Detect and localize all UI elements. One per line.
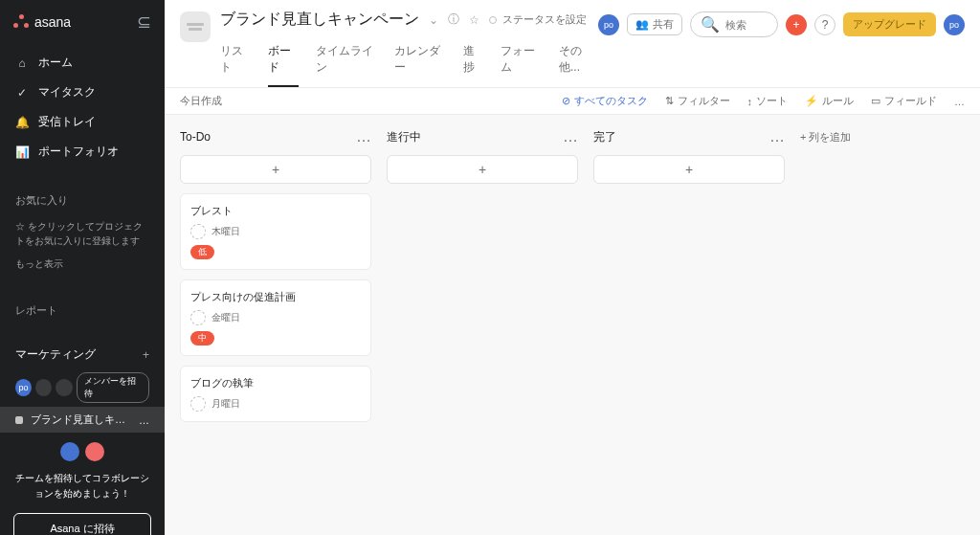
sidebar-project-item[interactable]: ブランド見直しキャン... … <box>0 407 165 433</box>
search-input[interactable] <box>725 19 783 31</box>
due-date: 月曜日 <box>212 397 240 411</box>
share-button[interactable]: 👥 共有 <box>627 13 682 35</box>
tab-ボード[interactable]: ボード <box>268 37 299 87</box>
upgrade-button[interactable]: アップグレード <box>843 12 936 36</box>
filter-button[interactable]: ⇅フィルター <box>665 94 730 108</box>
promo-text: チームを招待してコラボレーションを始めましょう！ <box>13 471 151 502</box>
show-more-link[interactable]: もっと表示 <box>0 257 165 280</box>
add-card-button[interactable]: + <box>387 155 578 184</box>
nav-label: マイタスク <box>38 84 96 100</box>
tab-フォーム[interactable]: フォーム <box>501 37 542 87</box>
last-updated: 今日作成 <box>180 94 222 108</box>
column-title: To-Do <box>180 130 211 144</box>
avatar[interactable]: po <box>15 379 32 396</box>
column-title: 完了 <box>593 129 616 145</box>
due-date: 木曜日 <box>212 225 240 238</box>
nav-item[interactable]: ⌂ホーム <box>0 48 165 78</box>
promo-avatars <box>13 442 151 461</box>
primary-nav: ⌂ホーム✓マイタスク🔔受信トレイ📊ポートフォリオ <box>0 44 165 170</box>
add-team-icon[interactable]: + <box>143 348 149 362</box>
page-title: ブランド見直しキャンペーン <box>220 10 419 30</box>
avatar-placeholder <box>56 379 72 396</box>
status-label: ステータスを設定 <box>502 12 587 27</box>
add-button[interactable]: + <box>786 14 807 35</box>
add-column-button[interactable]: + 列を追加 <box>800 128 851 522</box>
column-more-icon[interactable]: … <box>769 128 785 145</box>
asana-logo-icon <box>13 14 29 30</box>
people-icon: 👥 <box>635 18 649 31</box>
collapse-sidebar-icon[interactable]: ⊆ <box>137 11 151 33</box>
avatar-placeholder <box>35 379 52 396</box>
tab-タイムライン[interactable]: タイムライン <box>316 37 377 87</box>
chevron-down-icon[interactable]: ⌄ <box>429 13 438 27</box>
board-toolbar: 今日作成 ⊘すべてのタスク ⇅フィルター ↕ソート ⚡ルール ▭フィールド … <box>165 88 980 115</box>
column-title: 進行中 <box>387 129 421 145</box>
tab-進捗[interactable]: 進捗 <box>463 37 483 87</box>
status-dot-icon <box>489 16 497 24</box>
team-name: マーケティング <box>15 346 96 363</box>
avatar[interactable]: po <box>598 14 619 35</box>
due-date: 金曜日 <box>212 311 240 324</box>
card-title: ブログの執筆 <box>190 376 361 390</box>
favorites-title: お気に入り <box>0 186 165 215</box>
nav-label: 受信トレイ <box>38 114 96 130</box>
invite-button[interactable]: Asana に招待 <box>13 513 151 535</box>
nav-item[interactable]: 📊ポートフォリオ <box>0 137 165 167</box>
tab-カレンダー[interactable]: カレンダー <box>394 37 445 87</box>
nav-label: ポートフォリオ <box>38 144 119 160</box>
task-card[interactable]: ブログの執筆月曜日 <box>180 366 371 422</box>
board-column: 進行中…+ <box>387 128 578 522</box>
header: ブランド見直しキャンペーン ⌄ ⓘ ☆ ステータスを設定 リストボードタイムライ… <box>165 0 980 88</box>
assignee-placeholder-icon[interactable] <box>190 224 206 239</box>
tab-その他...[interactable]: その他... <box>559 37 598 87</box>
project-name: ブランド見直しキャン... <box>31 412 131 427</box>
column-more-icon[interactable]: … <box>356 128 371 145</box>
team-row[interactable]: マーケティング + <box>0 341 165 368</box>
card-title: ブレスト <box>190 204 361 218</box>
board-column: 完了…+ <box>593 128 785 522</box>
nav-item[interactable]: 🔔受信トレイ <box>0 107 165 137</box>
sort-button[interactable]: ↕ソート <box>747 94 789 108</box>
more-actions-icon[interactable]: … <box>954 96 965 107</box>
favorites-hint: ☆ をクリックしてプロジェクトをお気に入りに登録します <box>0 215 165 257</box>
task-card[interactable]: プレス向けの促進計画金曜日中 <box>180 279 371 356</box>
project-color-icon <box>15 416 23 424</box>
project-icon <box>180 11 211 42</box>
help-button[interactable]: ? <box>814 14 835 35</box>
board-column: To-Do…+ブレスト木曜日低プレス向けの促進計画金曜日中ブログの執筆月曜日 <box>180 128 371 522</box>
task-card[interactable]: ブレスト木曜日低 <box>180 193 371 270</box>
nav-icon: 🔔 <box>15 116 29 129</box>
nav-item[interactable]: ✓マイタスク <box>0 78 165 107</box>
logo[interactable]: asana <box>13 14 71 30</box>
priority-pill: 中 <box>190 331 214 346</box>
nav-label: ホーム <box>38 55 73 71</box>
status-button[interactable]: ステータスを設定 <box>489 12 587 27</box>
invite-members-chip[interactable]: メンバーを招待 <box>77 372 149 403</box>
add-card-button[interactable]: + <box>180 155 371 184</box>
all-tasks-button[interactable]: ⊘すべてのタスク <box>562 94 648 108</box>
card-title: プレス向けの促進計画 <box>190 290 361 304</box>
add-card-button[interactable]: + <box>593 155 785 184</box>
brand-name: asana <box>34 14 71 30</box>
column-more-icon[interactable]: … <box>563 128 578 145</box>
main: ブランド見直しキャンペーン ⌄ ⓘ ☆ ステータスを設定 リストボードタイムライ… <box>165 0 980 535</box>
reports-title: レポート <box>0 296 165 325</box>
info-icon[interactable]: ⓘ <box>448 11 459 28</box>
user-avatar[interactable]: po <box>944 14 965 35</box>
assignee-placeholder-icon[interactable] <box>190 396 206 412</box>
nav-icon: ⌂ <box>15 56 29 70</box>
search-box[interactable]: 🔍 <box>690 11 778 37</box>
sidebar: asana ⊆ ⌂ホーム✓マイタスク🔔受信トレイ📊ポートフォリオ お気に入り ☆… <box>0 0 165 535</box>
nav-icon: ✓ <box>15 86 29 100</box>
nav-icon: 📊 <box>15 145 29 159</box>
search-icon: 🔍 <box>701 15 720 33</box>
field-button[interactable]: ▭フィールド <box>871 94 937 108</box>
assignee-placeholder-icon[interactable] <box>190 310 206 325</box>
project-tabs: リストボードタイムラインカレンダー進捗フォームその他... <box>220 37 598 87</box>
star-icon[interactable]: ☆ <box>469 13 479 27</box>
kanban-board: To-Do…+ブレスト木曜日低プレス向けの促進計画金曜日中ブログの執筆月曜日進行… <box>165 115 980 535</box>
rule-button[interactable]: ⚡ルール <box>805 94 854 108</box>
priority-pill: 低 <box>190 245 214 259</box>
tab-リスト[interactable]: リスト <box>220 37 251 87</box>
project-more-icon[interactable]: … <box>139 414 149 426</box>
